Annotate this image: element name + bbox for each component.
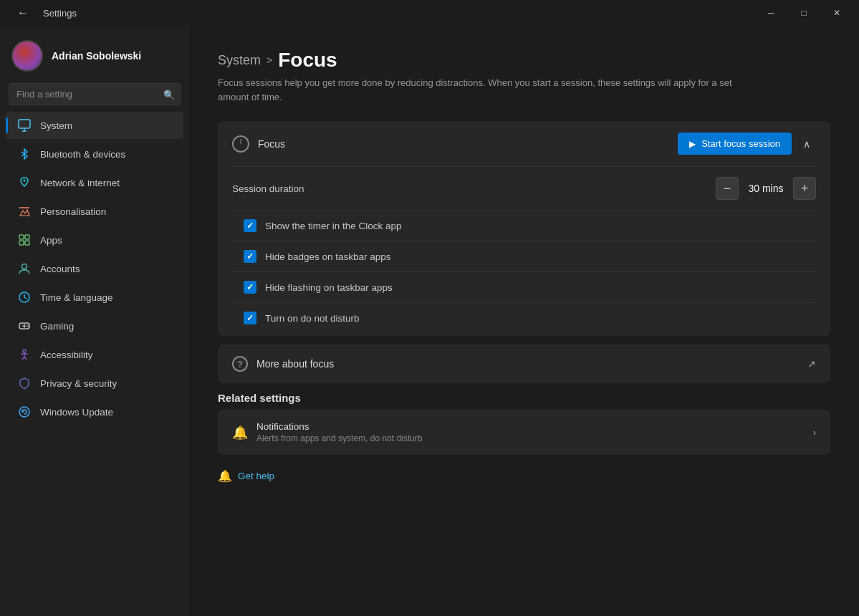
notifications-text: Notifications Alerts from apps and syste…: [256, 421, 422, 443]
notifications-chevron-icon: ›: [813, 427, 816, 438]
svg-point-18: [23, 350, 26, 352]
network-icon: [17, 175, 32, 190]
checkbox-dnd-input[interactable]: ✓: [244, 312, 256, 324]
svg-rect-5: [19, 235, 24, 239]
svg-line-12: [24, 297, 27, 299]
svg-rect-7: [19, 241, 24, 245]
get-help-link[interactable]: Get help: [238, 471, 274, 481]
sidebar-item-system[interactable]: System: [6, 112, 183, 139]
checkbox-flashing-input[interactable]: ✓: [244, 281, 256, 294]
notifications-subtitle: Alerts from apps and system, do not dist…: [256, 433, 422, 443]
start-focus-label: Start focus session: [701, 138, 780, 149]
related-settings-title: Related settings: [218, 392, 830, 404]
username: Adrian Sobolewski: [52, 50, 141, 62]
titlebar-left: ← Settings: [11, 4, 77, 22]
gaming-icon: [17, 319, 32, 333]
focus-card-header-left: Focus: [232, 135, 285, 153]
sidebar-item-time[interactable]: Time & language: [6, 284, 183, 311]
sidebar-label-system: System: [40, 120, 72, 131]
sidebar-item-apps[interactable]: Apps: [6, 226, 183, 254]
checkbox-dnd-label: Turn on do not disturb: [265, 313, 360, 324]
breadcrumb-separator: >: [267, 54, 272, 66]
sidebar-label-apps: Apps: [40, 235, 62, 246]
question-icon: ?: [232, 356, 248, 372]
svg-point-16: [27, 324, 29, 326]
sidebar-label-gaming: Gaming: [40, 321, 74, 332]
sidebar-label-time: Time & language: [40, 292, 113, 303]
checkbox-badges-label: Hide badges on taskbar apps: [265, 251, 391, 262]
apps-icon: [17, 233, 32, 247]
sidebar-item-personalisation[interactable]: Personalisation: [6, 198, 183, 225]
more-about-focus-row: ? More about focus ↗: [218, 345, 830, 383]
duration-number: 30: [748, 183, 759, 194]
focus-collapse-button[interactable]: ∧: [797, 135, 816, 153]
sidebar-item-gaming[interactable]: Gaming: [6, 312, 183, 340]
notifications-card: 🔔 Notifications Alerts from apps and sys…: [218, 410, 830, 455]
more-about-focus-left: ? More about focus: [232, 356, 334, 372]
breadcrumb-system[interactable]: System: [218, 53, 261, 68]
duration-controls: − 30 mins +: [716, 177, 816, 200]
sidebar-label-accounts: Accounts: [40, 264, 80, 274]
personalisation-icon: [17, 204, 32, 218]
play-icon: ▶: [689, 139, 696, 149]
checkmark-timer: ✓: [246, 221, 254, 231]
time-icon: [17, 290, 32, 304]
svg-rect-8: [25, 241, 29, 245]
app-body: Adrian Sobolewski 🔍 System: [0, 26, 859, 616]
sidebar-label-accessibility: Accessibility: [40, 350, 93, 360]
svg-point-17: [27, 326, 29, 327]
checkbox-timer: ✓ Show the timer in the Clock app: [218, 211, 830, 241]
svg-point-9: [22, 264, 27, 269]
minimize-button[interactable]: ─: [754, 0, 787, 26]
duration-plus-button[interactable]: +: [793, 177, 816, 200]
checkbox-dnd: ✓ Turn on do not disturb: [218, 303, 830, 336]
checkmark-badges: ✓: [246, 251, 254, 261]
sidebar-item-bluetooth[interactable]: Bluetooth & devices: [6, 140, 183, 168]
more-about-focus-label: More about focus: [256, 358, 334, 370]
sidebar-label-personalisation: Personalisation: [40, 206, 106, 217]
sidebar-item-privacy[interactable]: Privacy & security: [6, 370, 183, 397]
titlebar-title: Settings: [43, 8, 77, 19]
get-help-icon: 🔔: [218, 469, 232, 483]
user-section: Adrian Sobolewski: [0, 32, 189, 83]
sidebar-item-network[interactable]: Network & internet: [6, 169, 183, 196]
start-focus-button[interactable]: ▶ Start focus session: [678, 133, 792, 155]
update-icon: [17, 405, 32, 419]
svg-point-3: [24, 180, 26, 182]
duration-label: Session duration: [232, 183, 304, 194]
main-content: System > Focus Focus sessions help you g…: [189, 26, 859, 616]
checkbox-timer-label: Show the timer in the Clock app: [265, 221, 402, 231]
duration-minus-button[interactable]: −: [716, 177, 739, 200]
session-duration-row: Session duration − 30 mins +: [218, 167, 830, 210]
search-input[interactable]: [9, 83, 181, 105]
duration-unit: mins: [762, 183, 784, 194]
bell-icon: 🔔: [232, 425, 248, 441]
checkbox-timer-input[interactable]: ✓: [244, 219, 256, 232]
notifications-title: Notifications: [256, 421, 422, 432]
sidebar-item-update[interactable]: Windows Update: [6, 398, 183, 425]
titlebar: ← Settings ─ □ ✕: [0, 0, 859, 26]
search-icon: 🔍: [163, 89, 175, 100]
sidebar-item-accounts[interactable]: Accounts: [6, 255, 183, 282]
svg-rect-0: [19, 120, 30, 128]
bluetooth-icon: [17, 147, 32, 161]
close-button[interactable]: ✕: [820, 0, 853, 26]
notifications-row[interactable]: 🔔 Notifications Alerts from apps and sys…: [218, 410, 830, 455]
focus-card-header-right: ▶ Start focus session ∧: [678, 133, 816, 155]
focus-card-title: Focus: [258, 138, 285, 150]
external-link-icon[interactable]: ↗: [807, 358, 816, 370]
back-button[interactable]: ←: [11, 4, 34, 22]
checkbox-badges: ✓ Hide badges on taskbar apps: [218, 241, 830, 271]
system-icon: [17, 118, 32, 133]
get-help-row[interactable]: 🔔 Get help: [218, 469, 830, 483]
checkbox-badges-input[interactable]: ✓: [244, 250, 256, 263]
notifications-left: 🔔 Notifications Alerts from apps and sys…: [232, 421, 422, 443]
duration-value: 30 mins: [744, 183, 787, 194]
privacy-icon: [17, 376, 32, 390]
search-box: 🔍: [9, 83, 181, 105]
sidebar-item-accessibility[interactable]: Accessibility: [6, 341, 183, 368]
accounts-icon: [17, 261, 32, 276]
sidebar-label-bluetooth: Bluetooth & devices: [40, 149, 125, 160]
checkmark-flashing: ✓: [246, 282, 254, 292]
restore-button[interactable]: □: [787, 0, 820, 26]
